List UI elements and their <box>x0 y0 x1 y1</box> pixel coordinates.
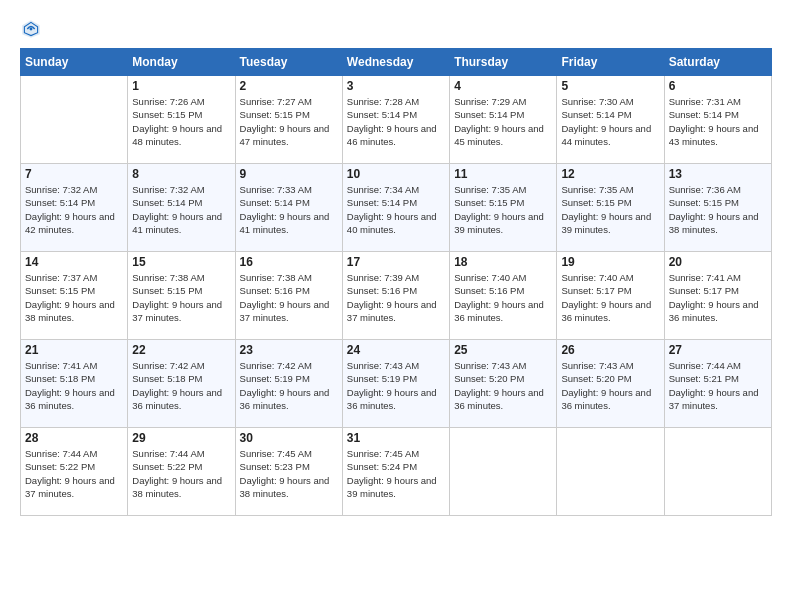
calendar-cell: 3Sunrise: 7:28 AMSunset: 5:14 PMDaylight… <box>342 76 449 164</box>
day-number: 28 <box>25 431 123 445</box>
day-info: Sunrise: 7:33 AMSunset: 5:14 PMDaylight:… <box>240 183 338 236</box>
calendar-cell <box>664 428 771 516</box>
calendar-cell: 23Sunrise: 7:42 AMSunset: 5:19 PMDayligh… <box>235 340 342 428</box>
day-info: Sunrise: 7:41 AMSunset: 5:17 PMDaylight:… <box>669 271 767 324</box>
day-info: Sunrise: 7:28 AMSunset: 5:14 PMDaylight:… <box>347 95 445 148</box>
day-info: Sunrise: 7:38 AMSunset: 5:15 PMDaylight:… <box>132 271 230 324</box>
day-number: 1 <box>132 79 230 93</box>
col-header-wednesday: Wednesday <box>342 49 449 76</box>
calendar-cell: 5Sunrise: 7:30 AMSunset: 5:14 PMDaylight… <box>557 76 664 164</box>
svg-point-2 <box>30 28 33 31</box>
calendar-cell: 22Sunrise: 7:42 AMSunset: 5:18 PMDayligh… <box>128 340 235 428</box>
day-info: Sunrise: 7:42 AMSunset: 5:18 PMDaylight:… <box>132 359 230 412</box>
calendar-cell: 31Sunrise: 7:45 AMSunset: 5:24 PMDayligh… <box>342 428 449 516</box>
day-info: Sunrise: 7:35 AMSunset: 5:15 PMDaylight:… <box>561 183 659 236</box>
calendar-cell: 9Sunrise: 7:33 AMSunset: 5:14 PMDaylight… <box>235 164 342 252</box>
calendar-cell: 1Sunrise: 7:26 AMSunset: 5:15 PMDaylight… <box>128 76 235 164</box>
day-number: 12 <box>561 167 659 181</box>
day-number: 22 <box>132 343 230 357</box>
col-header-tuesday: Tuesday <box>235 49 342 76</box>
calendar-cell: 25Sunrise: 7:43 AMSunset: 5:20 PMDayligh… <box>450 340 557 428</box>
day-number: 3 <box>347 79 445 93</box>
day-number: 10 <box>347 167 445 181</box>
col-header-monday: Monday <box>128 49 235 76</box>
day-info: Sunrise: 7:38 AMSunset: 5:16 PMDaylight:… <box>240 271 338 324</box>
day-info: Sunrise: 7:30 AMSunset: 5:14 PMDaylight:… <box>561 95 659 148</box>
calendar-cell: 17Sunrise: 7:39 AMSunset: 5:16 PMDayligh… <box>342 252 449 340</box>
day-number: 30 <box>240 431 338 445</box>
calendar-cell: 16Sunrise: 7:38 AMSunset: 5:16 PMDayligh… <box>235 252 342 340</box>
calendar-cell <box>450 428 557 516</box>
calendar-cell: 21Sunrise: 7:41 AMSunset: 5:18 PMDayligh… <box>21 340 128 428</box>
day-number: 26 <box>561 343 659 357</box>
day-info: Sunrise: 7:44 AMSunset: 5:21 PMDaylight:… <box>669 359 767 412</box>
day-info: Sunrise: 7:45 AMSunset: 5:23 PMDaylight:… <box>240 447 338 500</box>
day-info: Sunrise: 7:40 AMSunset: 5:17 PMDaylight:… <box>561 271 659 324</box>
day-info: Sunrise: 7:34 AMSunset: 5:14 PMDaylight:… <box>347 183 445 236</box>
day-number: 25 <box>454 343 552 357</box>
day-info: Sunrise: 7:43 AMSunset: 5:20 PMDaylight:… <box>454 359 552 412</box>
day-number: 8 <box>132 167 230 181</box>
day-number: 4 <box>454 79 552 93</box>
day-number: 19 <box>561 255 659 269</box>
logo-icon <box>20 18 42 40</box>
day-number: 29 <box>132 431 230 445</box>
day-info: Sunrise: 7:36 AMSunset: 5:15 PMDaylight:… <box>669 183 767 236</box>
logo <box>20 18 46 40</box>
calendar-cell: 7Sunrise: 7:32 AMSunset: 5:14 PMDaylight… <box>21 164 128 252</box>
calendar-cell: 11Sunrise: 7:35 AMSunset: 5:15 PMDayligh… <box>450 164 557 252</box>
day-info: Sunrise: 7:45 AMSunset: 5:24 PMDaylight:… <box>347 447 445 500</box>
calendar-cell: 18Sunrise: 7:40 AMSunset: 5:16 PMDayligh… <box>450 252 557 340</box>
col-header-sunday: Sunday <box>21 49 128 76</box>
calendar-cell <box>557 428 664 516</box>
day-number: 13 <box>669 167 767 181</box>
day-number: 9 <box>240 167 338 181</box>
col-header-thursday: Thursday <box>450 49 557 76</box>
calendar-cell: 2Sunrise: 7:27 AMSunset: 5:15 PMDaylight… <box>235 76 342 164</box>
calendar-table: SundayMondayTuesdayWednesdayThursdayFrid… <box>20 48 772 516</box>
day-info: Sunrise: 7:37 AMSunset: 5:15 PMDaylight:… <box>25 271 123 324</box>
calendar-cell: 19Sunrise: 7:40 AMSunset: 5:17 PMDayligh… <box>557 252 664 340</box>
day-info: Sunrise: 7:27 AMSunset: 5:15 PMDaylight:… <box>240 95 338 148</box>
calendar-cell: 13Sunrise: 7:36 AMSunset: 5:15 PMDayligh… <box>664 164 771 252</box>
day-number: 23 <box>240 343 338 357</box>
calendar-cell: 24Sunrise: 7:43 AMSunset: 5:19 PMDayligh… <box>342 340 449 428</box>
day-info: Sunrise: 7:40 AMSunset: 5:16 PMDaylight:… <box>454 271 552 324</box>
page: SundayMondayTuesdayWednesdayThursdayFrid… <box>0 0 792 612</box>
calendar-cell: 10Sunrise: 7:34 AMSunset: 5:14 PMDayligh… <box>342 164 449 252</box>
day-info: Sunrise: 7:41 AMSunset: 5:18 PMDaylight:… <box>25 359 123 412</box>
day-info: Sunrise: 7:39 AMSunset: 5:16 PMDaylight:… <box>347 271 445 324</box>
day-number: 7 <box>25 167 123 181</box>
calendar-cell: 14Sunrise: 7:37 AMSunset: 5:15 PMDayligh… <box>21 252 128 340</box>
day-info: Sunrise: 7:43 AMSunset: 5:20 PMDaylight:… <box>561 359 659 412</box>
calendar-cell: 29Sunrise: 7:44 AMSunset: 5:22 PMDayligh… <box>128 428 235 516</box>
calendar-cell: 26Sunrise: 7:43 AMSunset: 5:20 PMDayligh… <box>557 340 664 428</box>
calendar-cell: 12Sunrise: 7:35 AMSunset: 5:15 PMDayligh… <box>557 164 664 252</box>
day-number: 17 <box>347 255 445 269</box>
day-info: Sunrise: 7:44 AMSunset: 5:22 PMDaylight:… <box>132 447 230 500</box>
day-number: 27 <box>669 343 767 357</box>
day-number: 16 <box>240 255 338 269</box>
day-number: 31 <box>347 431 445 445</box>
day-info: Sunrise: 7:43 AMSunset: 5:19 PMDaylight:… <box>347 359 445 412</box>
col-header-friday: Friday <box>557 49 664 76</box>
day-info: Sunrise: 7:32 AMSunset: 5:14 PMDaylight:… <box>25 183 123 236</box>
day-number: 5 <box>561 79 659 93</box>
calendar-cell: 20Sunrise: 7:41 AMSunset: 5:17 PMDayligh… <box>664 252 771 340</box>
calendar-cell <box>21 76 128 164</box>
day-number: 6 <box>669 79 767 93</box>
calendar-cell: 8Sunrise: 7:32 AMSunset: 5:14 PMDaylight… <box>128 164 235 252</box>
calendar-cell: 27Sunrise: 7:44 AMSunset: 5:21 PMDayligh… <box>664 340 771 428</box>
day-info: Sunrise: 7:35 AMSunset: 5:15 PMDaylight:… <box>454 183 552 236</box>
day-number: 18 <box>454 255 552 269</box>
day-number: 15 <box>132 255 230 269</box>
calendar-cell: 4Sunrise: 7:29 AMSunset: 5:14 PMDaylight… <box>450 76 557 164</box>
header <box>20 18 772 40</box>
day-number: 21 <box>25 343 123 357</box>
day-number: 2 <box>240 79 338 93</box>
day-info: Sunrise: 7:26 AMSunset: 5:15 PMDaylight:… <box>132 95 230 148</box>
day-info: Sunrise: 7:44 AMSunset: 5:22 PMDaylight:… <box>25 447 123 500</box>
day-info: Sunrise: 7:29 AMSunset: 5:14 PMDaylight:… <box>454 95 552 148</box>
day-number: 20 <box>669 255 767 269</box>
day-number: 24 <box>347 343 445 357</box>
